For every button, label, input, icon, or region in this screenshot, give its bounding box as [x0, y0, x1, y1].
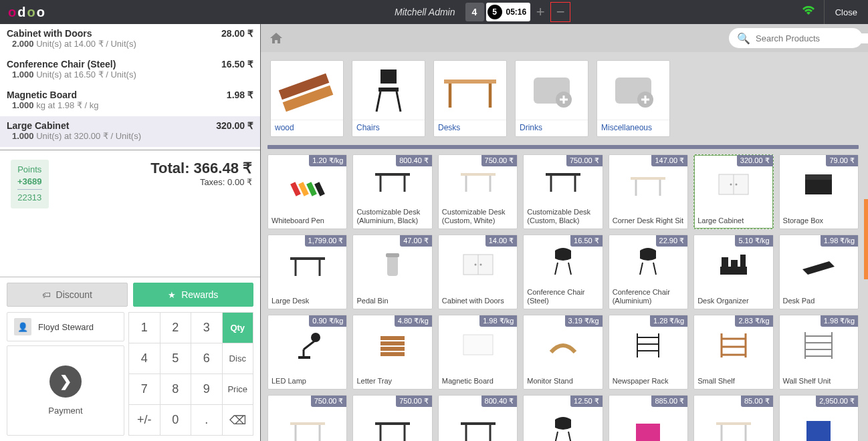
scrollbar-thumb[interactable] — [864, 199, 868, 279]
key-2[interactable]: 2 — [160, 313, 192, 343]
product-price: 800.40 ₹ — [396, 155, 432, 166]
mode-disc[interactable]: Disc — [223, 343, 254, 374]
key-9[interactable]: 9 — [191, 374, 223, 405]
key-dot[interactable]: . — [191, 405, 223, 436]
product-card[interactable]: 750.00 ₹ — [352, 395, 432, 441]
category-label: Desks — [434, 120, 506, 136]
product-price: 1.98 ₹/kg — [821, 315, 858, 327]
product-price: 47.00 ₹ — [400, 235, 432, 247]
category-card[interactable]: wood — [270, 60, 344, 137]
svg-line-5 — [397, 92, 401, 112]
category-card[interactable]: Chairs — [352, 60, 425, 137]
key-8[interactable]: 8 — [160, 374, 192, 405]
product-price: 5.10 ₹/kg — [735, 235, 772, 247]
session-tabs: 4 5 05:16 + − — [463, 0, 571, 24]
product-card[interactable]: 5.10 ₹/kgDesk Organizer — [693, 235, 773, 309]
order-line-name: Magnetic Board — [7, 90, 77, 100]
discount-button[interactable]: 🏷Discount — [7, 283, 128, 307]
points-balance: 22313 — [17, 189, 42, 204]
product-card[interactable]: 1,799.00 ₹Large Desk — [267, 235, 347, 309]
product-card[interactable]: 4.80 ₹/kgLetter Tray — [352, 315, 432, 390]
product-card[interactable]: 2,950.00 ₹ — [779, 395, 859, 441]
order-line[interactable]: Conference Chair (Steel)16.50 ₹1.000 Uni… — [0, 55, 260, 86]
product-name: Whiteboard Pen — [268, 214, 346, 229]
order-line-detail: 2.000 Unit(s) at 14.00 ₹ / Unit(s) — [7, 39, 253, 49]
product-card[interactable]: 320.00 ₹Large Cabinet — [693, 154, 773, 229]
search-input[interactable] — [756, 33, 868, 43]
product-card[interactable]: 750.00 ₹ — [267, 395, 347, 441]
tab-inactive[interactable]: 4 — [465, 3, 484, 21]
key-plusminus[interactable]: +/- — [129, 405, 160, 436]
product-card[interactable]: 3.19 ₹/kgMonitor Stand — [523, 315, 603, 390]
product-card[interactable]: 22.90 ₹Conference Chair (Aluminium) — [609, 235, 688, 309]
product-name: Wall Shelf Unit — [780, 375, 858, 389]
svg-rect-30 — [631, 177, 665, 180]
order-line-detail: 1.000 Unit(s) at 320.00 ₹ / Unit(s) — [7, 131, 253, 141]
product-card[interactable]: 1.98 ₹/kgDesk Pad — [779, 235, 859, 309]
svg-line-4 — [376, 92, 381, 112]
svg-rect-88 — [461, 422, 496, 425]
key-5[interactable]: 5 — [160, 343, 192, 374]
key-3[interactable]: 3 — [191, 313, 223, 343]
product-card[interactable]: 800.40 ₹Customizable Desk (Aluminium, Bl… — [352, 154, 432, 229]
svg-line-48 — [555, 263, 558, 275]
search-box[interactable]: 🔍 — [729, 28, 863, 48]
key-6[interactable]: 6 — [191, 343, 223, 374]
logo: odoo — [0, 5, 47, 20]
product-name: Customizable Desk (Custom, Black) — [524, 206, 602, 229]
category-icon — [597, 61, 669, 120]
add-tab-button[interactable]: + — [530, 2, 550, 22]
product-card[interactable]: 2.83 ₹/kgSmall Shelf — [693, 315, 773, 390]
key-0[interactable]: 0 — [160, 405, 192, 436]
product-card[interactable]: 147.00 ₹Corner Desk Right Sit — [609, 154, 688, 229]
product-card[interactable]: 85.00 ₹ — [693, 395, 773, 441]
customer-button[interactable]: 👤 Floyd Steward — [7, 312, 124, 341]
product-card[interactable]: 79.00 ₹Storage Box — [779, 154, 859, 229]
order-line[interactable]: Cabinet with Doors28.00 ₹2.000 Unit(s) a… — [0, 24, 260, 55]
product-card[interactable]: 1.28 ₹/kgNewspaper Rack — [609, 315, 688, 390]
product-price: 1,799.00 ₹ — [305, 235, 347, 247]
product-card[interactable]: 885.00 ₹ — [609, 395, 688, 441]
tab-active[interactable]: 5 05:16 — [486, 3, 531, 21]
svg-rect-60 — [298, 356, 310, 359]
remove-tab-button[interactable]: − — [550, 2, 570, 22]
svg-rect-27 — [546, 173, 580, 176]
home-button[interactable] — [266, 28, 286, 48]
order-total: Total: 366.48 ₹ — [150, 160, 252, 177]
product-card[interactable]: 1.20 ₹/kgWhiteboard Pen — [267, 154, 347, 229]
order-line[interactable]: Large Cabinet320.00 ₹1.000 Unit(s) at 32… — [0, 116, 260, 147]
product-card[interactable]: 16.50 ₹Conference Chair (Steel) — [523, 235, 603, 309]
product-price: 800.40 ₹ — [481, 396, 518, 407]
svg-rect-64 — [381, 352, 405, 356]
order-line[interactable]: Magnetic Board1.98 ₹1.000 kg at 1.98 ₹ /… — [0, 86, 260, 116]
key-1[interactable]: 1 — [129, 313, 160, 343]
product-card[interactable]: 800.40 ₹ — [438, 395, 518, 441]
category-card[interactable]: Drinks — [515, 60, 588, 137]
product-card[interactable]: 750.00 ₹Customizable Desk (Custom, Black… — [523, 154, 603, 229]
close-button[interactable]: Close — [824, 0, 868, 24]
svg-rect-21 — [375, 173, 410, 176]
product-card[interactable]: 14.00 ₹Cabinet with Doors — [438, 235, 518, 309]
category-card[interactable]: Miscellaneous — [596, 60, 670, 137]
product-price: 750.00 ₹ — [481, 155, 518, 166]
order-line-name: Conference Chair (Steel) — [7, 59, 116, 69]
rewards-button[interactable]: ★Rewards — [133, 283, 254, 307]
product-name: Monitor Stand — [524, 375, 602, 389]
product-card[interactable]: 12.50 ₹ — [523, 395, 603, 441]
product-card[interactable]: 47.00 ₹Pedal Bin — [352, 235, 432, 309]
product-card[interactable]: 0.90 ₹/kgLED Lamp — [267, 315, 347, 390]
mode-price[interactable]: Price — [223, 374, 254, 405]
key-4[interactable]: 4 — [129, 343, 160, 374]
key-7[interactable]: 7 — [129, 374, 160, 405]
mode-qty[interactable]: Qty — [223, 313, 254, 343]
product-card[interactable]: 750.00 ₹Customizable Desk (Custom, White… — [438, 154, 518, 229]
tab-active-time: 05:16 — [506, 7, 527, 17]
svg-line-58 — [304, 340, 316, 349]
product-name: Large Desk — [268, 295, 346, 309]
product-card[interactable]: 1.98 ₹/kgWall Shelf Unit — [779, 315, 859, 390]
category-label: Drinks — [516, 120, 588, 136]
category-card[interactable]: Desks — [433, 60, 507, 137]
product-card[interactable]: 1.98 ₹/kgMagnetic Board — [438, 315, 518, 390]
payment-button[interactable]: ❯ Payment — [7, 345, 124, 436]
key-backspace[interactable]: ⌫ — [223, 405, 254, 436]
